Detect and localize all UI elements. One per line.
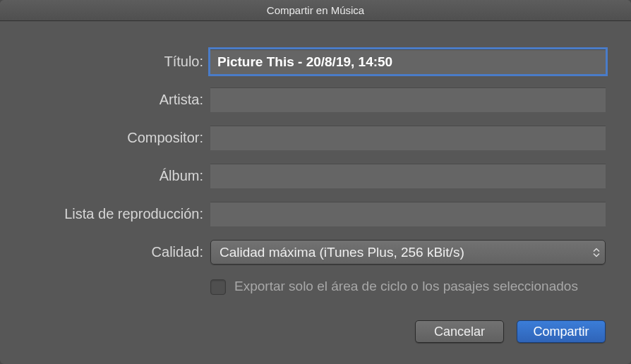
window-title: Compartir en Música [267, 4, 364, 16]
playlist-input[interactable] [210, 202, 606, 226]
title-label: Título: [25, 54, 210, 70]
cancel-button[interactable]: Cancelar [415, 320, 504, 343]
row-title: Título: [25, 49, 606, 74]
row-export-cycle: Exportar solo el área de ciclo o los pas… [25, 278, 606, 296]
album-input[interactable] [210, 164, 606, 188]
album-label: Álbum: [25, 168, 210, 184]
export-cycle-label: Exportar solo el área de ciclo o los pas… [234, 278, 578, 296]
row-composer: Compositor: [25, 126, 606, 150]
title-input[interactable] [210, 49, 606, 74]
composer-input[interactable] [210, 126, 606, 150]
export-cycle-checkbox[interactable] [210, 279, 226, 295]
button-row: Cancelar Compartir [0, 310, 631, 364]
row-quality: Calidad: Calidad máxima (iTunes Plus, 25… [25, 240, 606, 265]
form-area: Título: Artista: Compositor: Álbum: List… [0, 21, 631, 310]
share-button[interactable]: Compartir [517, 320, 606, 343]
composer-label: Compositor: [25, 130, 210, 146]
quality-select-value: Calidad máxima (iTunes Plus, 256 kBit/s) [210, 240, 606, 265]
row-playlist: Lista de reproducción: [25, 202, 606, 226]
quality-label: Calidad: [25, 244, 210, 260]
artist-input[interactable] [210, 87, 606, 112]
quality-select[interactable]: Calidad máxima (iTunes Plus, 256 kBit/s) [210, 240, 606, 265]
share-dialog: Compartir en Música Título: Artista: Com… [0, 0, 631, 364]
artist-label: Artista: [25, 92, 210, 108]
row-artist: Artista: [25, 87, 606, 112]
titlebar: Compartir en Música [0, 0, 631, 21]
row-album: Álbum: [25, 164, 606, 188]
playlist-label: Lista de reproducción: [25, 206, 210, 222]
